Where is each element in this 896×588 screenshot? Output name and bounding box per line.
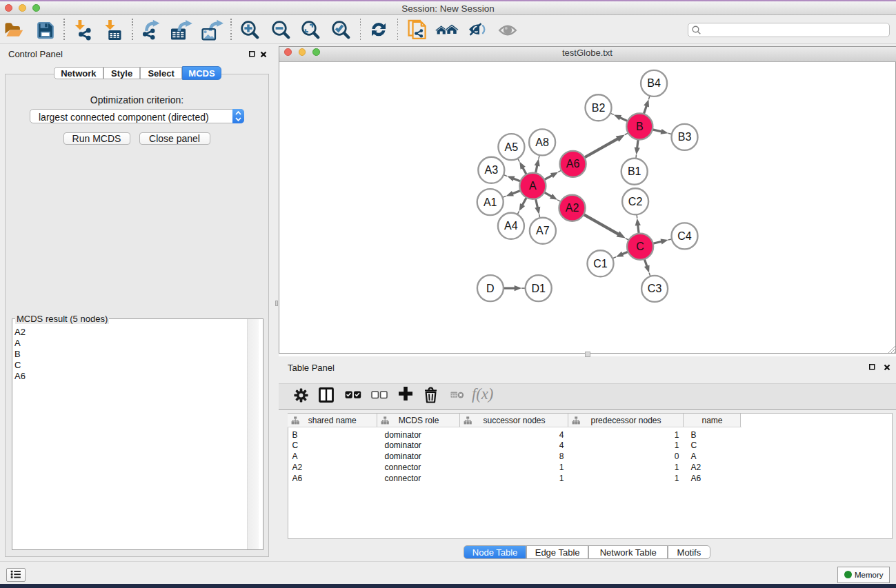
svg-text:C2: C2: [628, 195, 642, 207]
svg-text:B3: B3: [677, 131, 691, 143]
svg-text:B: B: [635, 121, 643, 132]
svg-text:A1: A1: [483, 196, 497, 207]
svg-text:A5: A5: [504, 141, 518, 152]
svg-text:A7: A7: [536, 225, 550, 236]
svg-text:A6: A6: [566, 158, 579, 170]
svg-text:B1: B1: [627, 165, 641, 177]
svg-text:C1: C1: [593, 257, 608, 269]
svg-text:A4: A4: [504, 220, 518, 232]
svg-text:A2: A2: [565, 202, 579, 214]
svg-text:C4: C4: [677, 230, 692, 241]
svg-text:B4: B4: [647, 77, 661, 89]
svg-text:C: C: [636, 241, 644, 252]
svg-text:A8: A8: [535, 136, 549, 148]
svg-text:A3: A3: [484, 164, 498, 176]
svg-text:B2: B2: [591, 101, 605, 113]
svg-text:C3: C3: [647, 283, 661, 294]
svg-text:D1: D1: [531, 282, 546, 294]
svg-text:D: D: [486, 282, 495, 294]
svg-text:A: A: [529, 180, 537, 192]
